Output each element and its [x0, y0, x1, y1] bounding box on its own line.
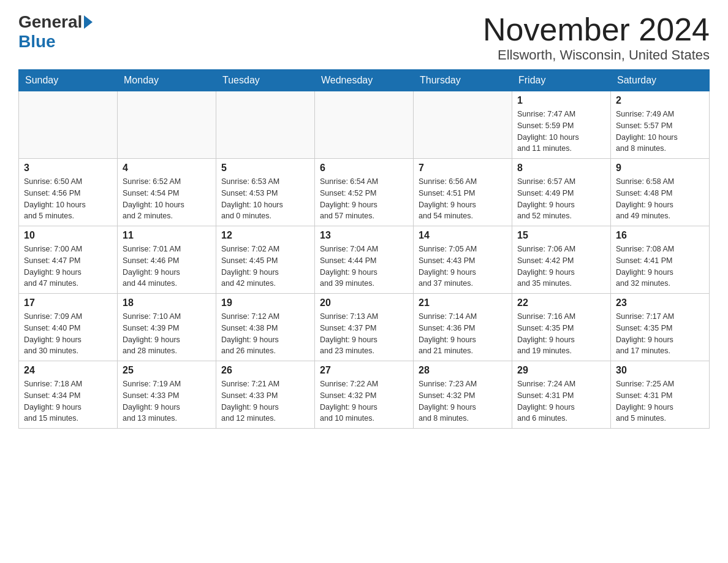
- day-number: 15: [517, 230, 605, 241]
- day-info: Sunrise: 7:25 AMSunset: 4:31 PMDaylight:…: [616, 378, 704, 424]
- calendar-week-5: 24Sunrise: 7:18 AMSunset: 4:34 PMDayligh…: [19, 361, 710, 429]
- weekday-header-row: Sunday Monday Tuesday Wednesday Thursday…: [19, 70, 710, 91]
- header-friday: Friday: [512, 70, 611, 91]
- day-info: Sunrise: 7:10 AMSunset: 4:39 PMDaylight:…: [123, 311, 211, 357]
- day-number: 17: [24, 297, 112, 308]
- day-info: Sunrise: 6:52 AMSunset: 4:54 PMDaylight:…: [123, 176, 211, 222]
- table-row: 13Sunrise: 7:04 AMSunset: 4:44 PMDayligh…: [315, 226, 414, 294]
- table-row: 6Sunrise: 6:54 AMSunset: 4:52 PMDaylight…: [315, 159, 414, 226]
- day-number: 26: [221, 365, 309, 376]
- day-info: Sunrise: 6:57 AMSunset: 4:49 PMDaylight:…: [517, 176, 605, 222]
- header-wednesday: Wednesday: [315, 70, 414, 91]
- table-row: 5Sunrise: 6:53 AMSunset: 4:53 PMDaylight…: [216, 159, 315, 226]
- day-number: 20: [320, 297, 408, 308]
- logo-general-text: General: [18, 12, 82, 32]
- logo: General Blue: [18, 12, 93, 52]
- table-row: 10Sunrise: 7:00 AMSunset: 4:47 PMDayligh…: [19, 226, 118, 294]
- day-number: 14: [419, 230, 507, 241]
- day-info: Sunrise: 6:54 AMSunset: 4:52 PMDaylight:…: [320, 176, 408, 222]
- calendar-title: November 2024: [483, 12, 710, 47]
- table-row: 4Sunrise: 6:52 AMSunset: 4:54 PMDaylight…: [118, 159, 216, 226]
- table-row: 28Sunrise: 7:23 AMSunset: 4:32 PMDayligh…: [414, 361, 512, 429]
- day-number: 11: [123, 230, 211, 241]
- day-info: Sunrise: 7:22 AMSunset: 4:32 PMDaylight:…: [320, 378, 408, 424]
- day-info: Sunrise: 6:58 AMSunset: 4:48 PMDaylight:…: [616, 176, 704, 222]
- table-row: [118, 91, 216, 159]
- day-info: Sunrise: 6:56 AMSunset: 4:51 PMDaylight:…: [419, 176, 507, 222]
- day-number: 1: [517, 95, 605, 106]
- table-row: 25Sunrise: 7:19 AMSunset: 4:33 PMDayligh…: [118, 361, 216, 429]
- calendar-subtitle: Ellsworth, Wisconsin, United States: [483, 47, 710, 63]
- header-saturday: Saturday: [611, 70, 710, 91]
- day-info: Sunrise: 7:01 AMSunset: 4:46 PMDaylight:…: [123, 243, 211, 289]
- day-info: Sunrise: 7:14 AMSunset: 4:36 PMDaylight:…: [419, 311, 507, 357]
- day-number: 25: [123, 365, 211, 376]
- table-row: 29Sunrise: 7:24 AMSunset: 4:31 PMDayligh…: [512, 361, 611, 429]
- day-number: 29: [517, 365, 605, 376]
- header-sunday: Sunday: [19, 70, 118, 91]
- day-number: 18: [123, 297, 211, 308]
- day-info: Sunrise: 7:23 AMSunset: 4:32 PMDaylight:…: [419, 378, 507, 424]
- table-row: 1Sunrise: 7:47 AMSunset: 5:59 PMDaylight…: [512, 91, 611, 159]
- table-row: [414, 91, 512, 159]
- logo-blue-text: Blue: [18, 32, 56, 51]
- day-number: 21: [419, 297, 507, 308]
- day-info: Sunrise: 7:04 AMSunset: 4:44 PMDaylight:…: [320, 243, 408, 289]
- day-info: Sunrise: 7:18 AMSunset: 4:34 PMDaylight:…: [24, 378, 112, 424]
- day-info: Sunrise: 7:13 AMSunset: 4:37 PMDaylight:…: [320, 311, 408, 357]
- table-row: 24Sunrise: 7:18 AMSunset: 4:34 PMDayligh…: [19, 361, 118, 429]
- day-info: Sunrise: 7:08 AMSunset: 4:41 PMDaylight:…: [616, 243, 704, 289]
- table-row: 8Sunrise: 6:57 AMSunset: 4:49 PMDaylight…: [512, 159, 611, 226]
- day-info: Sunrise: 7:24 AMSunset: 4:31 PMDaylight:…: [517, 378, 605, 424]
- day-number: 23: [616, 297, 704, 308]
- day-number: 22: [517, 297, 605, 308]
- day-number: 13: [320, 230, 408, 241]
- day-info: Sunrise: 7:05 AMSunset: 4:43 PMDaylight:…: [419, 243, 507, 289]
- table-row: 16Sunrise: 7:08 AMSunset: 4:41 PMDayligh…: [611, 226, 710, 294]
- table-row: 20Sunrise: 7:13 AMSunset: 4:37 PMDayligh…: [315, 294, 414, 361]
- day-number: 8: [517, 163, 605, 174]
- day-info: Sunrise: 7:19 AMSunset: 4:33 PMDaylight:…: [123, 378, 211, 424]
- day-number: 6: [320, 163, 408, 174]
- day-info: Sunrise: 7:49 AMSunset: 5:57 PMDaylight:…: [616, 109, 704, 155]
- day-info: Sunrise: 7:00 AMSunset: 4:47 PMDaylight:…: [24, 243, 112, 289]
- table-row: [216, 91, 315, 159]
- day-number: 28: [419, 365, 507, 376]
- day-info: Sunrise: 7:17 AMSunset: 4:35 PMDaylight:…: [616, 311, 704, 357]
- day-number: 9: [616, 163, 704, 174]
- day-info: Sunrise: 7:47 AMSunset: 5:59 PMDaylight:…: [517, 109, 605, 155]
- day-info: Sunrise: 7:02 AMSunset: 4:45 PMDaylight:…: [221, 243, 309, 289]
- day-number: 12: [221, 230, 309, 241]
- day-number: 16: [616, 230, 704, 241]
- table-row: 19Sunrise: 7:12 AMSunset: 4:38 PMDayligh…: [216, 294, 315, 361]
- table-row: 11Sunrise: 7:01 AMSunset: 4:46 PMDayligh…: [118, 226, 216, 294]
- calendar-table: Sunday Monday Tuesday Wednesday Thursday…: [18, 69, 710, 429]
- table-row: [19, 91, 118, 159]
- table-row: 7Sunrise: 6:56 AMSunset: 4:51 PMDaylight…: [414, 159, 512, 226]
- table-row: 2Sunrise: 7:49 AMSunset: 5:57 PMDaylight…: [611, 91, 710, 159]
- day-info: Sunrise: 7:06 AMSunset: 4:42 PMDaylight:…: [517, 243, 605, 289]
- day-number: 27: [320, 365, 408, 376]
- table-row: 9Sunrise: 6:58 AMSunset: 4:48 PMDaylight…: [611, 159, 710, 226]
- table-row: 12Sunrise: 7:02 AMSunset: 4:45 PMDayligh…: [216, 226, 315, 294]
- table-row: 18Sunrise: 7:10 AMSunset: 4:39 PMDayligh…: [118, 294, 216, 361]
- table-row: 22Sunrise: 7:16 AMSunset: 4:35 PMDayligh…: [512, 294, 611, 361]
- day-info: Sunrise: 7:16 AMSunset: 4:35 PMDaylight:…: [517, 311, 605, 357]
- day-number: 30: [616, 365, 704, 376]
- title-block: November 2024 Ellsworth, Wisconsin, Unit…: [483, 12, 710, 63]
- day-info: Sunrise: 6:50 AMSunset: 4:56 PMDaylight:…: [24, 176, 112, 222]
- calendar-week-1: 1Sunrise: 7:47 AMSunset: 5:59 PMDaylight…: [19, 91, 710, 159]
- table-row: 26Sunrise: 7:21 AMSunset: 4:33 PMDayligh…: [216, 361, 315, 429]
- table-row: [315, 91, 414, 159]
- header-monday: Monday: [118, 70, 216, 91]
- table-row: 30Sunrise: 7:25 AMSunset: 4:31 PMDayligh…: [611, 361, 710, 429]
- day-info: Sunrise: 7:09 AMSunset: 4:40 PMDaylight:…: [24, 311, 112, 357]
- logo-arrow-icon: [84, 15, 93, 29]
- page-header: General Blue November 2024 Ellsworth, Wi…: [18, 12, 710, 63]
- table-row: 17Sunrise: 7:09 AMSunset: 4:40 PMDayligh…: [19, 294, 118, 361]
- table-row: 23Sunrise: 7:17 AMSunset: 4:35 PMDayligh…: [611, 294, 710, 361]
- day-info: Sunrise: 6:53 AMSunset: 4:53 PMDaylight:…: [221, 176, 309, 222]
- table-row: 21Sunrise: 7:14 AMSunset: 4:36 PMDayligh…: [414, 294, 512, 361]
- calendar-week-2: 3Sunrise: 6:50 AMSunset: 4:56 PMDaylight…: [19, 159, 710, 226]
- day-info: Sunrise: 7:12 AMSunset: 4:38 PMDaylight:…: [221, 311, 309, 357]
